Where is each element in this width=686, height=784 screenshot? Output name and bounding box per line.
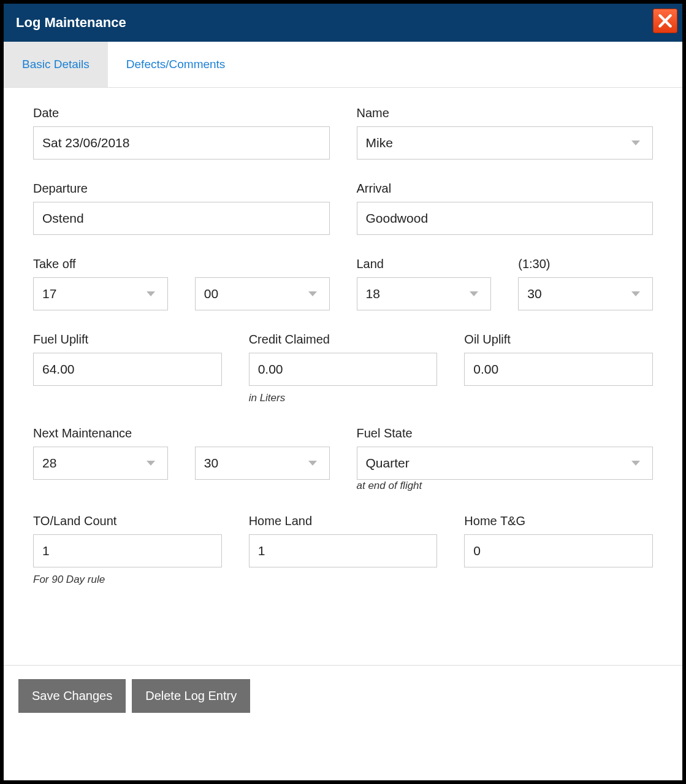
date-label: Date	[33, 106, 330, 120]
land-hour-select[interactable]: 18	[357, 277, 492, 310]
home-tg-value: 0	[473, 544, 481, 558]
tab-basic-details[interactable]: Basic Details	[4, 42, 108, 87]
name-label: Name	[357, 106, 654, 120]
close-icon	[657, 13, 673, 29]
land-label: Land	[357, 257, 492, 271]
tab-defects-comments[interactable]: Defects/Comments	[108, 42, 244, 87]
log-maintenance-window: Log Maintenance Basic Details Defects/Co…	[4, 4, 682, 780]
to-land-count-hint: For 90 Day rule	[33, 574, 222, 586]
chevron-down-icon	[631, 291, 640, 296]
oil-uplift-input[interactable]: 0.00	[464, 353, 653, 386]
home-land-label: Home Land	[249, 514, 438, 528]
fuel-state-select[interactable]: Quarter	[357, 447, 654, 480]
oil-uplift-label: Oil Uplift	[464, 332, 653, 347]
fuel-state-value: Quarter	[366, 456, 410, 471]
chevron-down-icon	[631, 140, 640, 145]
to-land-count-input[interactable]: 1	[33, 534, 222, 567]
land-min-select[interactable]: 30	[518, 277, 653, 310]
duration-label: (1:30)	[518, 257, 653, 271]
fuel-state-label: Fuel State	[357, 426, 654, 440]
land-hour-value: 18	[366, 286, 380, 301]
save-button[interactable]: Save Changes	[18, 679, 126, 713]
form-body: Date Sat 23/06/2018 Name Mike Departure …	[4, 88, 682, 604]
chevron-down-icon	[147, 291, 155, 296]
departure-label: Departure	[33, 182, 330, 196]
to-land-count-label: TO/Land Count	[33, 514, 222, 528]
to-land-count-value: 1	[42, 544, 50, 558]
fuel-uplift-input[interactable]: 64.00	[33, 353, 222, 386]
credit-claimed-label: Credit Claimed	[249, 332, 438, 347]
titlebar: Log Maintenance	[4, 4, 682, 42]
arrival-value: Goodwood	[366, 211, 429, 226]
departure-value: Ostend	[42, 211, 84, 226]
arrival-input[interactable]: Goodwood	[357, 202, 654, 235]
date-value: Sat 23/06/2018	[42, 136, 129, 150]
takeoff-min-value: 00	[204, 286, 218, 301]
departure-input[interactable]: Ostend	[33, 202, 330, 235]
name-value: Mike	[366, 136, 393, 150]
credit-claimed-value: 0.00	[258, 362, 283, 377]
next-maintenance-a-select[interactable]: 28	[33, 447, 168, 480]
takeoff-min-select[interactable]: 00	[195, 277, 330, 310]
land-min-value: 30	[527, 286, 541, 301]
delete-button[interactable]: Delete Log Entry	[132, 679, 250, 713]
next-maintenance-b-select[interactable]: 30	[195, 447, 330, 480]
chevron-down-icon	[631, 461, 640, 466]
fuel-state-hint: at end of flight	[357, 480, 422, 491]
takeoff-label: Take off	[33, 257, 330, 271]
fuel-uplift-label: Fuel Uplift	[33, 332, 222, 347]
credit-claimed-input[interactable]: 0.00	[249, 353, 438, 386]
tabs: Basic Details Defects/Comments	[4, 42, 682, 88]
chevron-down-icon	[147, 461, 155, 466]
home-land-value: 1	[258, 544, 265, 558]
chevron-down-icon	[308, 291, 317, 296]
takeoff-hour-value: 17	[42, 286, 56, 301]
close-button[interactable]	[653, 9, 677, 33]
next-maintenance-a-value: 28	[42, 456, 56, 471]
chevron-down-icon	[470, 291, 478, 296]
home-tg-input[interactable]: 0	[464, 534, 653, 567]
fuel-uplift-value: 64.00	[42, 362, 75, 377]
chevron-down-icon	[308, 461, 317, 466]
next-maintenance-label: Next Maintenance	[33, 426, 330, 440]
next-maintenance-b-value: 30	[204, 456, 218, 471]
oil-uplift-value: 0.00	[473, 362, 498, 377]
name-select[interactable]: Mike	[357, 126, 654, 159]
takeoff-hour-select[interactable]: 17	[33, 277, 168, 310]
credit-claimed-hint: in Liters	[249, 392, 438, 404]
home-land-input[interactable]: 1	[249, 534, 438, 567]
footer: Save Changes Delete Log Entry	[4, 665, 682, 780]
home-tg-label: Home T&G	[464, 514, 653, 528]
window-title: Log Maintenance	[16, 15, 126, 30]
arrival-label: Arrival	[357, 182, 654, 196]
date-input[interactable]: Sat 23/06/2018	[33, 126, 330, 159]
